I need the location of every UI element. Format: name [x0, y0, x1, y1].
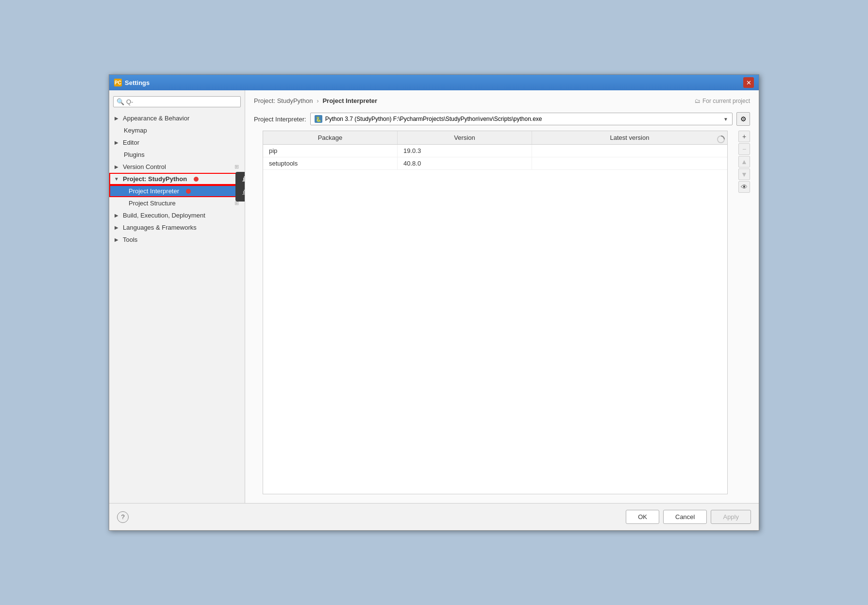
cancel-button[interactable]: Cancel — [663, 510, 707, 524]
sidebar: 🔍 ▶ Appearance & Behavior Keymap ▶ Edito… — [109, 90, 245, 503]
interpreter-value: Python 3.7 (StudyPython) F:\PycharmProje… — [325, 116, 542, 122]
close-button[interactable]: ✕ — [743, 77, 754, 88]
col-version-header: Version — [398, 131, 532, 144]
project-interpreter-row: Project Interpreter 单击项目解释器 — [109, 185, 245, 197]
table-side-buttons: + − ▲ ▼ 👁 — [738, 131, 750, 494]
interpreter-dropdown[interactable]: 🐍 Python 3.7 (StudyPython) F:\PycharmPro… — [310, 113, 733, 125]
breadcrumb-project: Project: StudyPython — [254, 97, 313, 104]
interpreter-dropdown-text: 🐍 Python 3.7 (StudyPython) F:\PycharmPro… — [315, 115, 542, 123]
content-panel: Project: StudyPython › Project Interpret… — [245, 90, 759, 503]
copy-icon: ⊞ — [234, 164, 239, 170]
expand-arrow-icon: ▶ — [113, 140, 120, 145]
table-body: pip 19.0.3 setuptools 40.8.0 — [263, 145, 727, 494]
table-wrapper: Package Version Latest version pip 19.0.… — [254, 131, 750, 494]
expand-arrow-icon: ▶ — [113, 164, 120, 169]
sidebar-item-tools[interactable]: ▶ Tools — [109, 234, 245, 246]
package-name: setuptools — [263, 157, 398, 169]
sidebar-item-label: Project Interpreter — [129, 187, 179, 195]
table-row[interactable]: pip 19.0.3 — [263, 145, 727, 157]
breadcrumb-current: Project Interpreter — [322, 97, 377, 104]
sidebar-item-languages[interactable]: ▶ Languages & Frameworks — [109, 221, 245, 234]
app-icon: PC — [114, 79, 122, 86]
sidebar-item-project-studypython[interactable]: ▼ Project: StudyPython 单击展开它 — [109, 173, 245, 185]
sidebar-item-build-execution[interactable]: ▶ Build, Execution, Deployment — [109, 209, 245, 221]
ok-button[interactable]: OK — [626, 510, 659, 524]
sidebar-item-label: Tools — [123, 236, 137, 243]
breadcrumb: Project: StudyPython › Project Interpret… — [245, 90, 759, 109]
breadcrumb-separator: › — [317, 98, 318, 104]
sidebar-item-label: Keymap — [124, 127, 147, 134]
settings-window: PC Settings ✕ 🔍 ▶ Appearance & Behavior … — [109, 74, 759, 531]
expand-arrow-icon: ▼ — [113, 176, 120, 182]
interpreter-label: Project Interpreter: — [254, 116, 306, 123]
project-note-icon: 🗂 — [695, 98, 701, 104]
sidebar-item-label: Version Control — [123, 163, 166, 170]
sidebar-item-label: Editor — [123, 139, 139, 146]
sidebar-item-appearance[interactable]: ▶ Appearance & Behavior — [109, 112, 245, 124]
package-name: pip — [263, 145, 398, 157]
interpreter-row: Project Interpreter: 🐍 Python 3.7 (Study… — [245, 109, 759, 131]
sidebar-item-label: Build, Execution, Deployment — [123, 212, 205, 219]
tooltip-dot — [186, 189, 191, 194]
interpreter-tooltip: 单击项目解释器 — [235, 185, 245, 202]
package-version: 40.8.0 — [398, 157, 532, 169]
project-section: ▼ Project: StudyPython 单击展开它 Project Int… — [109, 173, 245, 209]
col-package-header: Package — [263, 131, 398, 144]
sidebar-item-editor[interactable]: ▶ Editor — [109, 136, 245, 149]
sidebar-item-project-interpreter[interactable]: Project Interpreter 单击项目解释器 — [109, 185, 245, 197]
expand-arrow-icon: ▶ — [113, 237, 120, 242]
package-latest — [532, 157, 727, 169]
sidebar-item-label: Plugins — [124, 151, 145, 158]
sidebar-item-label: Languages & Frameworks — [123, 224, 197, 231]
help-button[interactable]: ? — [117, 511, 129, 523]
sidebar-item-label: Project Structure — [129, 200, 176, 207]
sidebar-item-project-structure[interactable]: Project Structure ⊞ — [109, 197, 245, 209]
window-title: Settings — [125, 79, 150, 86]
loading-spinner — [717, 135, 725, 145]
sidebar-item-label: Appearance & Behavior — [123, 115, 189, 122]
breadcrumb-note-text: For current project — [702, 98, 750, 104]
main-area: 🔍 ▶ Appearance & Behavior Keymap ▶ Edito… — [109, 90, 759, 503]
search-icon: 🔍 — [117, 98, 124, 105]
breadcrumb-note: 🗂 For current project — [695, 98, 750, 104]
table-row[interactable]: setuptools 40.8.0 — [263, 157, 727, 170]
sidebar-item-label: Project: StudyPython — [123, 175, 187, 183]
sidebar-item-version-control[interactable]: ▶ Version Control ⊞ — [109, 161, 245, 173]
bottom-right: OK Cancel Apply — [626, 510, 751, 524]
bottom-left: ? — [117, 511, 129, 523]
package-version: 19.0.3 — [398, 145, 532, 157]
apply-button[interactable]: Apply — [711, 510, 751, 524]
titlebar: PC Settings ✕ — [109, 75, 759, 90]
package-latest — [532, 145, 727, 157]
expand-arrow-icon: ▶ — [113, 116, 120, 121]
search-input[interactable] — [126, 98, 237, 105]
python-icon: 🐍 — [315, 115, 322, 123]
add-package-button[interactable]: + — [738, 131, 750, 142]
tooltip-dot — [194, 177, 199, 182]
settings-package-button[interactable]: 👁 — [738, 181, 750, 193]
col-latest-header: Latest version — [532, 131, 727, 144]
gear-button[interactable]: ⚙ — [736, 112, 750, 126]
remove-package-button[interactable]: − — [738, 143, 750, 155]
expand-arrow-icon: ▶ — [113, 225, 120, 230]
move-down-button[interactable]: ▼ — [738, 168, 750, 180]
sidebar-item-keymap[interactable]: Keymap — [109, 124, 245, 136]
sidebar-item-plugins[interactable]: Plugins — [109, 149, 245, 161]
move-up-button[interactable]: ▲ — [738, 156, 750, 168]
svg-text:🐍: 🐍 — [316, 116, 322, 122]
titlebar-left: PC Settings — [114, 79, 150, 86]
dropdown-arrow-icon: ▼ — [723, 117, 728, 122]
packages-table: Package Version Latest version pip 19.0.… — [263, 131, 728, 494]
bottom-bar: ? OK Cancel Apply — [109, 503, 759, 530]
table-header: Package Version Latest version — [263, 131, 727, 145]
search-box[interactable]: 🔍 — [113, 96, 241, 107]
expand-arrow-icon: ▶ — [113, 213, 120, 218]
